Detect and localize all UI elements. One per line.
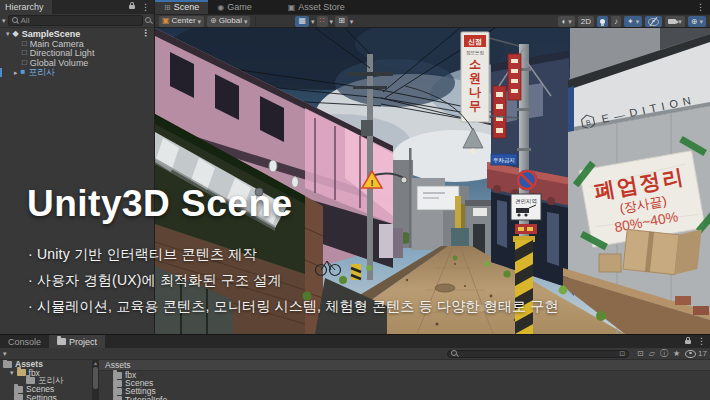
chevron-down-icon[interactable]: ▾	[350, 18, 354, 25]
kebab-menu-icon[interactable]: ⋮	[694, 3, 707, 12]
tab-asset-store[interactable]: ▣ Asset Store	[279, 0, 354, 14]
pivot-label: Center	[172, 17, 196, 25]
svg-text:!: !	[371, 178, 374, 188]
search-icon	[451, 350, 458, 357]
grid-snapping-button[interactable]: ⊞	[335, 16, 348, 27]
horn-speaker	[255, 188, 263, 196]
chevron-down-icon: ▾	[699, 18, 703, 25]
audio-note-icon: ♪	[614, 18, 618, 26]
hierarchy-search-input[interactable]: All	[8, 15, 143, 26]
tab-hierarchy[interactable]: Hierarchy	[0, 0, 52, 14]
list-item-settings[interactable]: Settings	[99, 387, 710, 395]
magnet-snap-icon: ⊞	[338, 17, 345, 25]
create-dropdown-icon[interactable]: ▾	[2, 17, 6, 24]
hidden-count-toggle[interactable]: 17	[685, 349, 707, 358]
game-view-icon: ◉	[217, 3, 224, 12]
fortune-sub-text: 점보는집	[466, 50, 484, 55]
tab-project[interactable]: Project	[49, 335, 105, 348]
scene-root-label: SampleScene	[22, 29, 81, 39]
scene-view-icon: ⊞	[164, 3, 171, 12]
fortune-char: 나	[469, 85, 482, 99]
list-header: Assets	[99, 360, 710, 371]
tree-item-label: Main Camera	[30, 39, 84, 49]
search-log-icon[interactable]: ⓘ	[660, 348, 668, 359]
search-by-type-icon[interactable]: ⊡	[637, 349, 644, 358]
tree-item-main-camera[interactable]: □ Main Camera	[0, 39, 154, 49]
folder-icon	[113, 396, 122, 400]
search-funnel-icon[interactable]: ⊡	[619, 350, 625, 358]
selection-indicator	[0, 68, 2, 78]
effects-sparkle-icon: ✦	[627, 18, 634, 26]
tool-handle-rotation-button[interactable]: ⊕ Global ▾	[207, 16, 250, 27]
tree-folder-settings[interactable]: Settings	[0, 394, 92, 400]
kebab-menu-icon[interactable]: ⋮	[139, 3, 152, 12]
scroll-up-icon[interactable]: ▲	[93, 361, 98, 366]
lock-icon[interactable]	[129, 5, 135, 9]
globe-icon: ⊕	[210, 17, 217, 25]
folder-icon	[3, 361, 12, 368]
eye-icon	[685, 350, 696, 358]
search-window-icon[interactable]	[145, 17, 152, 24]
gizmo-orbit-icon: ⊕	[691, 18, 698, 26]
draw-mode-button[interactable]: ◐▾	[558, 16, 574, 27]
prefab-cube-icon: ■	[21, 68, 26, 76]
hierarchy-panel: Hierarchy ⋮ ▾ All ▾ ◆ SampleScene ⋮ □	[0, 0, 155, 334]
tree-scrollbar[interactable]: ▲	[92, 360, 99, 400]
lock-icon[interactable]	[685, 340, 691, 344]
wall-lamp	[292, 177, 299, 188]
bottom-tabbar: Console Project ⋮	[0, 335, 710, 348]
foldout-open-icon[interactable]: ▾	[6, 30, 10, 37]
2d-toggle-button[interactable]: 2D	[578, 16, 594, 27]
tree-item-prefab[interactable]: ▸ ■ 포리사	[0, 68, 154, 78]
search-by-label-icon[interactable]: ▱	[649, 349, 655, 358]
folder-icon	[26, 377, 35, 384]
hierarchy-tab-label: Hierarchy	[5, 2, 44, 12]
view-tabbar: ⊞ Scene ◉ Game ▣ Asset Store ⋮	[155, 0, 710, 14]
audio-toggle-button[interactable]: ♪	[611, 16, 621, 27]
scrollbar-thumb[interactable]	[93, 367, 98, 389]
snap-increment-button[interactable]: ∷	[317, 16, 328, 27]
tab-console[interactable]: Console	[0, 335, 49, 348]
project-search-input[interactable]: ⊡	[447, 350, 629, 358]
foldout-closed-icon[interactable]: ▸	[14, 69, 18, 76]
gizmos-button[interactable]: ⊕▾	[688, 16, 706, 27]
light-object-icon: □	[22, 49, 27, 57]
chevron-down-icon[interactable]: ▾	[330, 18, 334, 25]
save-search-star-icon[interactable]: ★	[673, 349, 680, 358]
chevron-down-icon[interactable]: ▾	[311, 18, 315, 25]
list-item-tutorialinfo[interactable]: TutorialInfo	[99, 396, 710, 400]
scene-viewport[interactable]: !	[155, 28, 710, 334]
camera-settings-button[interactable]: ▾	[665, 16, 685, 27]
pivot-icon: ▣	[162, 17, 170, 25]
camera-icon	[668, 19, 676, 24]
lighting-toggle-button[interactable]	[597, 16, 608, 27]
effects-toggle-button[interactable]: ✦▾	[624, 16, 642, 27]
eye-slash-icon	[648, 18, 659, 26]
list-item-scenes[interactable]: Scenes	[99, 379, 710, 387]
tree-item-scene-root[interactable]: ▾ ◆ SampleScene ⋮	[0, 28, 154, 39]
orientation-label: Global	[219, 17, 242, 25]
tree-folder-assets[interactable]: Assets	[0, 360, 92, 368]
striped-bollard	[515, 240, 533, 334]
kebab-menu-icon[interactable]: ⋮	[139, 29, 152, 38]
edition-building: B E—DITION 폐업정리 (장사끝) 80%~40%	[563, 28, 710, 334]
hierarchy-tree: ▾ ◆ SampleScene ⋮ □ Main Camera □ Direct…	[0, 28, 154, 77]
kebab-menu-icon[interactable]: ⋮	[695, 337, 708, 346]
grid-visibility-button[interactable]: ▦	[295, 16, 309, 27]
chevron-down-icon: ▾	[636, 18, 640, 25]
tab-label: Console	[8, 337, 41, 347]
tow-zone-text: 견인지역	[515, 198, 537, 204]
chevron-down-icon: ▾	[568, 18, 572, 25]
foldout-open-icon[interactable]: ▾	[10, 369, 14, 376]
tab-scene[interactable]: ⊞ Scene	[155, 0, 208, 14]
tree-item-global-volume[interactable]: □ Global Volume	[0, 58, 154, 68]
tree-item-directional-light[interactable]: □ Directional Light	[0, 49, 154, 59]
tab-label: Asset Store	[298, 2, 345, 12]
scene-visibility-button[interactable]	[645, 16, 662, 27]
tool-handle-pivot-button[interactable]: ▣ Center ▾	[159, 16, 204, 27]
tab-game[interactable]: ◉ Game	[208, 0, 261, 14]
list-item-fbx[interactable]: fbx	[99, 371, 710, 379]
wall-lamp	[269, 160, 277, 172]
create-dropdown-icon[interactable]: ▾	[3, 350, 7, 357]
folder-label: Settings	[26, 393, 57, 400]
